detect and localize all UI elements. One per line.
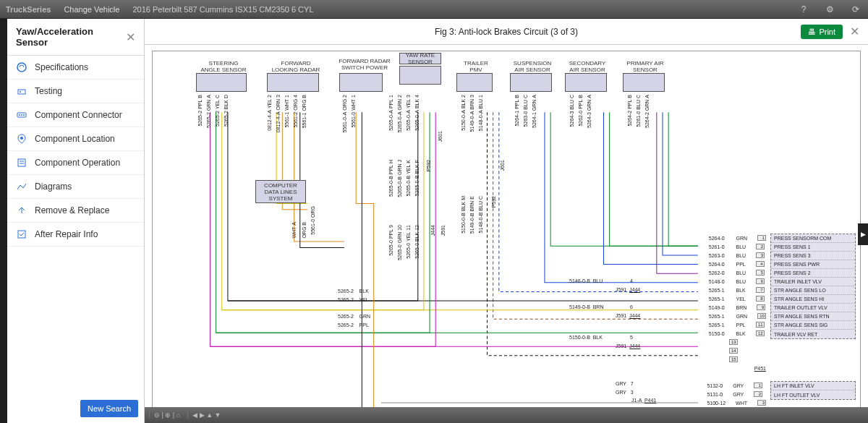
pin-row: LH FT INLET VLV bbox=[771, 382, 855, 390]
wire-label: 5265-2 YEL bbox=[338, 297, 369, 302]
label-suspension: SUSPENSION AIR SENSOR bbox=[510, 61, 555, 72]
wire-vlabel: 5561-1 WHT 1 bbox=[284, 95, 289, 128]
sidebar-item-after-repair[interactable]: After Repair Info bbox=[7, 223, 144, 247]
svg-line-11 bbox=[17, 185, 20, 189]
wire-vlabel: 5265-0-B YEL K bbox=[406, 160, 411, 197]
pin-row: PRESS SENS 2 bbox=[771, 269, 855, 278]
box-computer-datalines: COMPUTER DATA LINES SYSTEM bbox=[255, 180, 306, 203]
pin-row: STR ANGLE SENS HI bbox=[771, 295, 855, 304]
wire-vlabel: 5561-0 WHT 1 bbox=[351, 95, 356, 128]
sidebar-item-location[interactable]: Component Location bbox=[7, 127, 144, 151]
wire-vlabel: 5264-1 PPL B bbox=[514, 95, 519, 127]
box-forward-radar bbox=[267, 73, 319, 92]
splice-pin: 4 bbox=[630, 278, 633, 283]
sidebar-item-remove-replace[interactable]: Remove & Replace bbox=[7, 199, 144, 223]
zoom-controls[interactable]: ⊖ | ⊕ | ⌂ bbox=[149, 411, 184, 419]
refresh-icon[interactable]: ⟳ bbox=[849, 3, 862, 16]
splice-label: GRY 7 bbox=[616, 381, 634, 386]
box-steering-angle bbox=[196, 73, 247, 92]
pin-row: LH FT OUTLET VLV bbox=[771, 390, 855, 399]
help-icon[interactable]: ? bbox=[797, 3, 810, 16]
wire-vlabel: 5264-2 PPL B bbox=[627, 95, 632, 127]
svg-rect-8 bbox=[18, 159, 25, 166]
close-icon[interactable]: ✕ bbox=[847, 25, 862, 38]
figure-title: Fig 3: Anti-lock Brakes Circuit (3 of 3) bbox=[435, 27, 578, 37]
label-forward-radar: FORWARD LOOKING RADAR bbox=[267, 61, 325, 72]
new-search-button[interactable]: New Search bbox=[80, 400, 138, 417]
box-primary-air bbox=[623, 73, 665, 92]
wire-vlabel: 5265-0 BLK 12 bbox=[414, 225, 420, 259]
wire-vlabel: 5264-2 GRN A bbox=[644, 95, 650, 128]
pin-row: TRAILER INLET VLV bbox=[771, 278, 855, 286]
pan-controls[interactable]: ◀ ▶ ▲ ▼ bbox=[187, 411, 225, 419]
wire-vlabel: 5265-0-B GRN J bbox=[397, 160, 402, 197]
wire-label: 5265-2 BLK bbox=[338, 289, 369, 294]
close-icon[interactable]: ✕ bbox=[126, 30, 135, 44]
pin-row: STR ANGLE SENS RTN bbox=[771, 312, 855, 321]
wire-vlabel: 5265-0-B PPL H bbox=[388, 160, 393, 197]
app-topbar: TruckSeries Change Vehicle 2016 Peterbil… bbox=[0, 0, 868, 19]
conn-label: J601 bbox=[438, 131, 443, 142]
wire-vlabel: 5261-0 BLU C bbox=[636, 95, 641, 127]
wire-vlabel: 5265-0-A BLK 4 bbox=[414, 95, 420, 131]
wire-vlabel: 5265-2 GRN A bbox=[206, 95, 211, 128]
box-suspension bbox=[510, 73, 552, 92]
side-panel: Yaw/Acceleration Sensor ✕ Specifications… bbox=[7, 19, 145, 423]
splice-conn: J591 J444 bbox=[616, 343, 640, 349]
label-trailer-pmv: TRAILER PMV bbox=[458, 61, 494, 72]
sidebar-item-specifications[interactable]: Specifications bbox=[7, 56, 144, 80]
wire-vlabel: 5265-0 YEL 11 bbox=[406, 225, 411, 259]
sidebar-item-connector[interactable]: Component Connector bbox=[7, 103, 144, 127]
sidebar-item-label: After Repair Info bbox=[35, 229, 98, 239]
splice-conn: J591 J444 bbox=[616, 287, 640, 292]
wire-vlabel: 5150-0-B BLK M bbox=[461, 196, 466, 234]
wiring-diagram[interactable]: STEERING ANGLE SENSOR FORWARD LOOKING RA… bbox=[152, 51, 861, 417]
collapse-panel-icon[interactable]: ▶ bbox=[858, 223, 868, 245]
sidebar-item-operation[interactable]: Component Operation bbox=[7, 151, 144, 175]
pin-row: STR ANGLE SENS LO bbox=[771, 286, 855, 295]
content-area: Fig 3: Anti-lock Brakes Circuit (3 of 3)… bbox=[145, 19, 868, 423]
change-vehicle-link[interactable]: Change Vehicle bbox=[64, 5, 119, 14]
vehicle-label: 2016 Peterbilt 587 Cummins ISX15 CM2350 … bbox=[132, 5, 313, 14]
wire-vlabel: 5149-0-A BRN 3 bbox=[469, 95, 475, 132]
box-yaw-rate bbox=[399, 66, 441, 85]
svg-point-7 bbox=[20, 137, 23, 140]
wire-vlabel: WHT A bbox=[292, 222, 297, 239]
wire-vlabel: 5265-0-A GRN 2 bbox=[397, 95, 402, 132]
wire-vlabel: ORG B bbox=[302, 222, 307, 239]
print-button[interactable]: 🖶Print bbox=[801, 25, 843, 39]
wire-vlabel: 5561-1 ORG B bbox=[302, 95, 307, 128]
wire-vlabel: 5150-0-A BLK 2 bbox=[461, 95, 466, 131]
wire-vlabel: 5265-2 PPL B bbox=[197, 95, 203, 127]
sidebar-item-diagrams[interactable]: Diagrams bbox=[7, 175, 144, 199]
pin-row: PRESS SENS 3 bbox=[771, 252, 855, 260]
wire-vlabel: 5265-0-B BLK F bbox=[414, 160, 420, 196]
wire-vlabel: 5265-2 BLK D bbox=[224, 95, 229, 127]
diagram-bottom-toolbar: ⊖ | ⊕ | ⌂ ◀ ▶ ▲ ▼ bbox=[145, 407, 868, 423]
box-forward-radar-switch bbox=[339, 73, 383, 92]
svg-point-2 bbox=[20, 91, 21, 93]
conn-label: J591 bbox=[441, 225, 446, 236]
svg-rect-14 bbox=[18, 231, 25, 238]
sidebar-item-label: Diagrams bbox=[35, 181, 72, 192]
sidebar-item-testing[interactable]: Testing bbox=[7, 80, 144, 103]
sidebar-item-label: Remove & Replace bbox=[35, 205, 109, 215]
wire-vlabel: 5265-2 YEL C bbox=[215, 95, 220, 127]
figure-toolbar: Fig 3: Anti-lock Brakes Circuit (3 of 3)… bbox=[145, 19, 868, 45]
conn-label: P592 bbox=[491, 196, 496, 208]
box-trailer-pmv bbox=[456, 73, 493, 92]
conn-label: J601 bbox=[500, 160, 505, 171]
left-rail bbox=[0, 19, 7, 423]
wire-vlabel: 5265-0 GRN 10 bbox=[397, 225, 402, 260]
splice-label: 5148-0-B BLU bbox=[569, 278, 603, 283]
splice-conn: J591 J444 bbox=[616, 313, 640, 318]
pin-row: TRAILER VLV RET bbox=[771, 330, 855, 338]
wire-vlabel: 5561-2 ORG 4 bbox=[293, 95, 298, 128]
side-panel-title: Yaw/Acceleration Sensor bbox=[16, 26, 126, 48]
wire-label: 5265-2 PPL bbox=[338, 322, 369, 328]
splice-label: 5149-0-B BRN bbox=[569, 304, 603, 309]
settings-icon[interactable]: ⚙ bbox=[823, 3, 836, 16]
brand-label: TruckSeries bbox=[6, 5, 51, 14]
wire-vlabel: 5264-3 GRN A bbox=[587, 95, 592, 128]
svg-point-4 bbox=[19, 114, 20, 116]
